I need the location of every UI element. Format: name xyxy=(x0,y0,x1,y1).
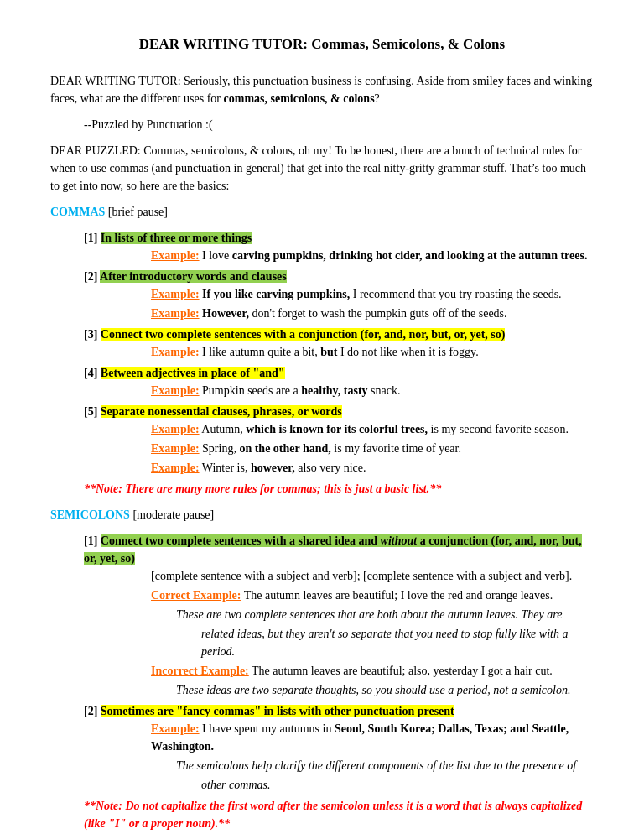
comma-item-3: [3] Connect two complete sentences with … xyxy=(84,326,594,361)
commas-note: **Note: There are many more rules for co… xyxy=(84,480,594,498)
example-prefix-1: Example: xyxy=(151,249,200,262)
comma-label-3: Connect two complete sentences with a co… xyxy=(101,328,506,341)
semi-bracket: [complete sentence with a subject and ve… xyxy=(151,567,594,585)
comma-num-1: [1] xyxy=(84,232,101,244)
commas-section: COMMAS [brief pause] [1] In lists of thr… xyxy=(50,203,594,498)
intro-paragraph: DEAR WRITING TUTOR: Seriously, this punc… xyxy=(50,72,594,107)
semicolons-label: SEMICOLONS xyxy=(50,508,130,521)
comma-example-3: Example: I like autumn quite a bit, but … xyxy=(151,343,594,361)
comma-label-4: Between adjectives in place of "and" xyxy=(101,367,285,379)
semi-item-2: [2] Sometimes are "fancy commas" in list… xyxy=(84,702,594,794)
comma-num-2: [2] xyxy=(84,270,100,283)
semi-example-2-indent2: other commas. xyxy=(201,776,594,794)
semi-item-1: [1] Connect two complete sentences with … xyxy=(84,532,594,699)
comma-item-4: [4] Between adjectives in place of "and"… xyxy=(84,364,594,399)
semi-example-2: Example: I have spent my autumns in Seou… xyxy=(151,720,594,755)
signoff: --Puzzled by Punctuation :( xyxy=(84,116,594,133)
comma-item-2: [2] After introductory words and clauses… xyxy=(84,268,594,322)
comma-label-2: After introductory words and clauses xyxy=(100,270,287,283)
intro-bold: commas, semicolons, & colons xyxy=(224,92,375,105)
semi-correct-indent2: related ideas, but they aren't so separa… xyxy=(201,625,594,660)
intro-end: ? xyxy=(375,92,380,105)
response-paragraph: DEAR PUZZLED: Commas, semicolons, & colo… xyxy=(50,142,594,195)
page-title: DEAR WRITING TUTOR: Commas, Semicolons, … xyxy=(50,34,594,55)
comma-example-5c: Example: Winter is, however, also very n… xyxy=(151,459,594,477)
semicolons-header: SEMICOLONS [moderate pause] xyxy=(50,506,594,524)
comma-example-5b: Example: Spring, on the other hand, is m… xyxy=(151,440,594,457)
semi-correct-example: Correct Example: The autumn leaves are b… xyxy=(151,586,594,604)
example-bold-1: carving pumpkins, drinking hot cider, an… xyxy=(232,249,588,262)
semicolons-pause: [moderate pause] xyxy=(130,508,214,521)
comma-item-5: [5] Separate nonessential clauses, phras… xyxy=(84,403,594,477)
commas-pause: [brief pause] xyxy=(105,206,168,218)
semi-example-2-indent1: The semicolons help clarify the differen… xyxy=(176,757,594,774)
semi-correct-indent1: These are two complete sentences that ar… xyxy=(176,606,594,623)
semi-incorrect-indent1: These ideas are two separate thoughts, s… xyxy=(176,681,594,699)
comma-example-1: Example: I love carving pumpkins, drinki… xyxy=(151,247,594,264)
commas-label: COMMAS xyxy=(50,206,105,218)
semicolons-note: **Note: Do not capitalize the first word… xyxy=(84,797,594,832)
semi-incorrect-example: Incorrect Example: The autumn leaves are… xyxy=(151,662,594,680)
comma-example-5a: Example: Autumn, which is known for its … xyxy=(151,420,594,438)
comma-item-1: [1] In lists of three or more things Exa… xyxy=(84,229,594,264)
comma-label-5: Separate nonessential clauses, phrases, … xyxy=(101,405,342,418)
comma-example-2a: Example: If you like carving pumpkins, I… xyxy=(151,285,594,303)
comma-label-1: In lists of three or more things xyxy=(101,232,252,244)
semicolons-section: SEMICOLONS [moderate pause] [1] Connect … xyxy=(50,506,594,832)
commas-header: COMMAS [brief pause] xyxy=(50,203,594,221)
comma-example-4: Example: Pumpkin seeds are a healthy, ta… xyxy=(151,382,594,399)
comma-example-2b: Example: However, don't forget to wash t… xyxy=(151,305,594,322)
